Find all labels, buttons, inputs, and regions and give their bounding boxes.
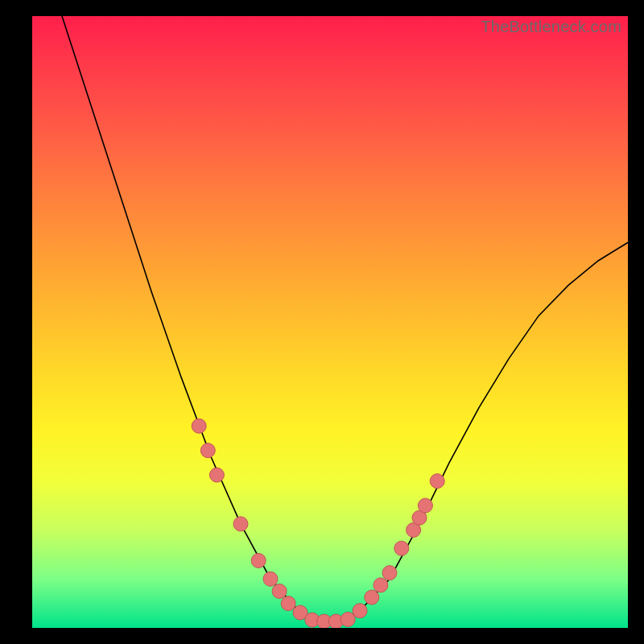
curve-marker — [272, 584, 287, 598]
curve-marker — [341, 612, 355, 626]
curve-marker — [281, 597, 295, 611]
curve-marker — [192, 419, 206, 433]
curve-marker — [263, 572, 278, 586]
curve-marker — [353, 604, 367, 618]
curve-marker — [200, 444, 215, 458]
curve-marker — [209, 468, 224, 482]
curve-marker — [374, 578, 388, 592]
curve-marker — [365, 590, 379, 605]
bottleneck-curve — [62, 16, 628, 621]
chart-svg — [32, 16, 628, 628]
curve-marker — [394, 541, 409, 555]
chart-frame: TheBottleneck.com — [0, 0, 644, 644]
markers-left-group — [192, 419, 308, 620]
curve-marker — [251, 553, 266, 568]
markers-bottom-group — [305, 604, 367, 628]
curve-marker — [430, 474, 444, 489]
curve-marker — [233, 517, 248, 531]
plot-area: TheBottleneck.com — [32, 16, 628, 628]
curve-marker — [382, 566, 397, 580]
curve-marker — [418, 498, 432, 513]
markers-right-group — [365, 474, 444, 605]
